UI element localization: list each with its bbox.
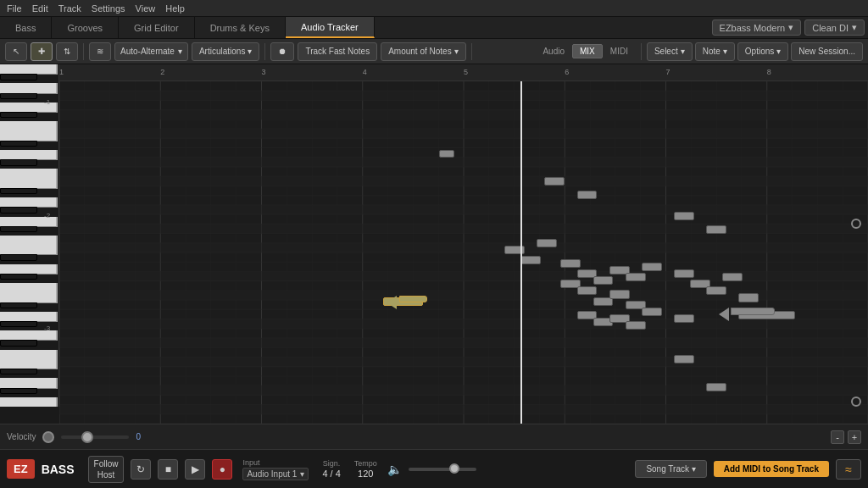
piano-white-key[interactable]: [0, 292, 58, 302]
zoom-in-btn[interactable]: +: [848, 430, 861, 444]
waveform-icon-btn[interactable]: ≈: [836, 459, 861, 480]
piano-white-key[interactable]: [0, 83, 58, 93]
note-btn[interactable]: Note ▾: [695, 42, 735, 61]
tab-grid-editor[interactable]: Grid Editor: [119, 17, 195, 38]
piano-keyboard[interactable]: -1-2-3: [0, 64, 59, 407]
midi-note[interactable]: [544, 177, 565, 186]
record-btn[interactable]: ●: [212, 459, 232, 480]
piano-black-key[interactable]: [0, 274, 37, 280]
menu-edit[interactable]: Edit: [32, 3, 48, 14]
add-midi-btn[interactable]: Add MIDI to Song Track: [714, 461, 829, 477]
midi-note[interactable]: [504, 246, 525, 254]
sep2: [264, 43, 265, 60]
piano-black-key[interactable]: [0, 141, 37, 147]
piano-black-key[interactable]: [0, 369, 37, 374]
midi-note[interactable]: [626, 321, 646, 330]
piano-black-key[interactable]: [0, 340, 37, 346]
track-fast-notes-btn[interactable]: Track Fast Notes: [298, 42, 377, 61]
options-btn[interactable]: Options ▾: [737, 42, 788, 61]
midi-note[interactable]: [520, 256, 541, 264]
tab-audio[interactable]: Audio: [535, 44, 572, 58]
midi-note-tail[interactable]: [399, 296, 427, 303]
piano-white-key[interactable]: [0, 397, 58, 407]
piano-black-key[interactable]: [0, 74, 37, 80]
tempo-value: 120: [358, 469, 373, 479]
velocity-slider[interactable]: [61, 435, 129, 439]
grid-canvas[interactable]: [59, 81, 868, 424]
tab-audio-tracker[interactable]: Audio Tracker: [286, 17, 375, 38]
mode-selector[interactable]: Auto-Alternate ▾: [114, 42, 188, 61]
piano-black-key[interactable]: [0, 388, 37, 394]
tab-mix[interactable]: MIX: [572, 44, 603, 58]
new-session-btn[interactable]: New Session...: [791, 42, 863, 61]
piano-black-key[interactable]: [0, 302, 37, 308]
menu-file[interactable]: File: [7, 3, 22, 14]
menu-view[interactable]: View: [136, 3, 156, 14]
midi-note[interactable]: [560, 259, 581, 268]
follow-host-btn[interactable]: Follow Host: [88, 456, 125, 483]
midi-grid[interactable]: 12345678: [59, 64, 868, 424]
stop-btn[interactable]: ■: [158, 459, 178, 480]
volume-thumb[interactable]: [449, 463, 459, 474]
midi-note[interactable]: [626, 273, 646, 281]
midi-note[interactable]: [706, 225, 726, 234]
midi-note[interactable]: [593, 276, 614, 285]
song-track-dropdown-icon: ▾: [692, 464, 696, 474]
piano-black-key[interactable]: [0, 207, 37, 213]
menu-help[interactable]: Help: [165, 3, 185, 14]
midi-note[interactable]: [738, 293, 759, 302]
midi-note[interactable]: [577, 286, 598, 295]
midi-note[interactable]: [674, 314, 694, 323]
midi-note[interactable]: [642, 263, 662, 271]
piano-white-key[interactable]: [0, 217, 58, 227]
song-track-btn[interactable]: Song Track ▾: [635, 460, 706, 478]
midi-note[interactable]: [706, 383, 726, 391]
midi-note[interactable]: [537, 239, 557, 247]
piano-black-key[interactable]: [0, 112, 37, 118]
piano-black-key[interactable]: [0, 93, 37, 99]
play-btn[interactable]: ▶: [185, 459, 205, 480]
velocity-knob[interactable]: [42, 431, 54, 443]
velocity-slider-thumb[interactable]: [81, 431, 93, 443]
midi-note[interactable]: [439, 150, 453, 158]
piano-white-key[interactable]: [0, 378, 58, 388]
midi-note[interactable]: [674, 269, 694, 278]
menu-settings[interactable]: Settings: [92, 3, 125, 14]
humanize-icon-btn[interactable]: ≋: [89, 42, 111, 61]
instrument-preset-selector[interactable]: EZbass Modern ▾: [712, 19, 802, 36]
midi-note[interactable]: [577, 191, 598, 199]
menu-track[interactable]: Track: [58, 3, 81, 14]
pencil-tool-btn[interactable]: ✚: [31, 42, 53, 61]
piano-white-key[interactable]: [0, 131, 58, 141]
volume-slider[interactable]: [409, 468, 476, 471]
channel-preset-selector[interactable]: Clean DI ▾: [804, 19, 865, 36]
record-midi-btn[interactable]: ⏺: [270, 42, 294, 61]
midi-note[interactable]: [706, 286, 726, 295]
volume-icon: 🔈: [387, 463, 402, 476]
piano-black-key[interactable]: [0, 321, 37, 327]
midi-note[interactable]: [642, 308, 662, 316]
midi-note[interactable]: [609, 290, 630, 298]
tab-drums-keys[interactable]: Drums & Keys: [195, 17, 286, 38]
tab-bass[interactable]: Bass: [0, 17, 52, 38]
loop-btn[interactable]: ↻: [131, 459, 151, 480]
velocity-label: Velocity: [7, 432, 36, 441]
arrow-tool-btn[interactable]: ⇅: [56, 42, 78, 61]
tab-midi[interactable]: MIDI: [603, 44, 636, 58]
cursor-tool-btn[interactable]: ↖: [5, 42, 27, 61]
midi-note[interactable]: [674, 355, 694, 363]
input-selector[interactable]: Audio Input 1 ▾: [242, 468, 309, 480]
tab-grooves[interactable]: Grooves: [52, 17, 119, 38]
amount-of-notes-btn[interactable]: Amount of Notes ▾: [381, 42, 465, 61]
select-btn[interactable]: Select ▾: [647, 42, 693, 61]
midi-note-tail[interactable]: [731, 308, 775, 315]
loop-icon: ↻: [136, 463, 145, 475]
piano-black-key[interactable]: [0, 159, 37, 165]
piano-black-key[interactable]: [0, 188, 37, 194]
midi-note[interactable]: [674, 212, 694, 220]
midi-note[interactable]: [722, 273, 743, 281]
articulations-btn[interactable]: Articulations ▾: [192, 42, 259, 61]
zoom-out-btn[interactable]: -: [831, 430, 844, 444]
piano-black-key[interactable]: [0, 226, 37, 232]
piano-black-key[interactable]: [0, 254, 37, 260]
